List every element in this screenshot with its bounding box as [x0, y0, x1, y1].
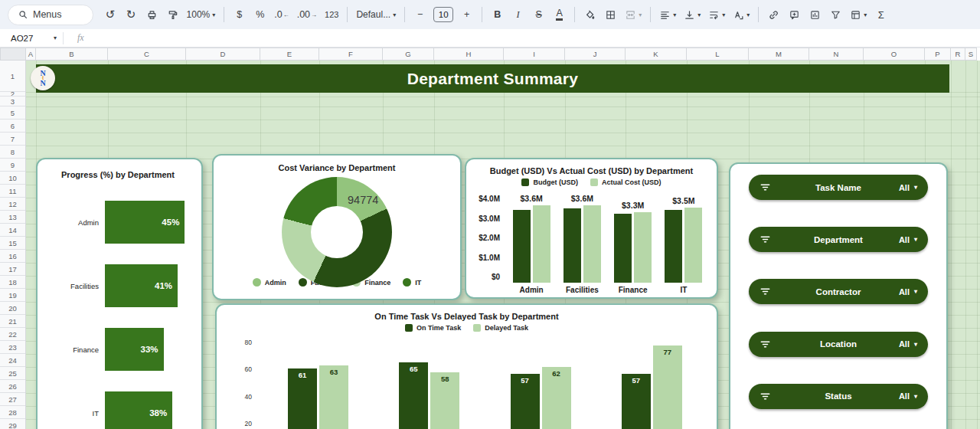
- fill-color-button[interactable]: [580, 5, 599, 25]
- font-size-input[interactable]: 10: [433, 7, 453, 22]
- bold-button[interactable]: B: [488, 5, 507, 25]
- row-header-19[interactable]: 19: [0, 289, 25, 302]
- column-header-L[interactable]: L: [687, 47, 749, 61]
- text-rotation-button[interactable]: ▾: [730, 5, 753, 25]
- bar-group-facilities: $3.6MFacilities: [564, 197, 601, 294]
- functions-button[interactable]: Σ: [871, 5, 890, 25]
- row-header-1[interactable]: 1: [0, 61, 25, 92]
- row-header-13[interactable]: 13: [0, 211, 25, 224]
- column-header-J[interactable]: J: [565, 47, 626, 61]
- column-header-E[interactable]: E: [260, 47, 319, 61]
- row-header-27[interactable]: 27: [0, 393, 25, 406]
- filter-icon: [760, 339, 771, 350]
- row-header-3[interactable]: 3: [0, 97, 25, 106]
- increase-font-size-button[interactable]: +: [457, 5, 476, 25]
- column-header-P[interactable]: P: [925, 47, 951, 61]
- text-color-button[interactable]: A: [550, 5, 569, 25]
- paint-format-button[interactable]: [163, 5, 182, 25]
- budget-plot: $4.0M$3.0M$2.0M$1.0M$0 $3.6MAdmin$3.6MFa…: [474, 195, 709, 294]
- select-all-corner[interactable]: [0, 47, 26, 61]
- row-header-7[interactable]: 7: [0, 133, 25, 146]
- zoom-select[interactable]: 100%▾: [184, 5, 219, 25]
- column-header-O[interactable]: O: [864, 47, 925, 61]
- column-header-K[interactable]: K: [626, 47, 687, 61]
- row-header-26[interactable]: 26: [0, 380, 25, 393]
- insert-chart-button[interactable]: [805, 5, 825, 25]
- cell-reference-box[interactable]: AO27 ▾: [0, 34, 57, 43]
- format-currency-button[interactable]: $: [230, 5, 249, 25]
- column-header-G[interactable]: G: [383, 47, 434, 61]
- text-wrap-button[interactable]: ▾: [705, 5, 728, 25]
- more-formats-button[interactable]: 123: [322, 5, 341, 25]
- filter-value-dropdown[interactable]: All▾: [899, 235, 917, 244]
- row-header-14[interactable]: 14: [0, 224, 25, 237]
- filter-pill-department[interactable]: DepartmentAll▾: [749, 227, 928, 252]
- decrease-decimal-button[interactable]: .0←: [271, 5, 292, 25]
- redo-button[interactable]: ↻: [122, 5, 141, 25]
- row-header-23[interactable]: 23: [0, 341, 25, 354]
- filter-value-dropdown[interactable]: All▾: [899, 287, 917, 296]
- vertical-align-button[interactable]: ▾: [681, 5, 704, 25]
- filter-pill-status[interactable]: StatusAll▾: [749, 384, 928, 409]
- column-header-N[interactable]: N: [809, 47, 864, 61]
- row-header-6[interactable]: 6: [0, 120, 25, 133]
- column-header-I[interactable]: I: [504, 47, 565, 61]
- row-header-5[interactable]: 5: [0, 106, 25, 120]
- column-header-D[interactable]: D: [186, 47, 260, 61]
- create-filter-button[interactable]: [826, 5, 845, 25]
- filter-value-dropdown[interactable]: All▾: [899, 183, 917, 192]
- horizontal-align-button[interactable]: ▾: [656, 5, 679, 25]
- row-header-20[interactable]: 20: [0, 302, 25, 315]
- column-header-F[interactable]: F: [319, 47, 383, 61]
- format-percent-button[interactable]: %: [250, 5, 270, 25]
- italic-button[interactable]: I: [508, 5, 528, 25]
- merge-cells-button[interactable]: ▾: [622, 5, 645, 25]
- row-header-18[interactable]: 18: [0, 276, 25, 289]
- row-header-11[interactable]: 11: [0, 185, 25, 198]
- row-header-8[interactable]: 8: [0, 146, 25, 159]
- row-header-22[interactable]: 22: [0, 328, 25, 341]
- row-header-21[interactable]: 21: [0, 315, 25, 328]
- undo-button[interactable]: ↺: [101, 5, 120, 25]
- increase-decimal-button[interactable]: .00→: [294, 5, 320, 25]
- borders-button[interactable]: [601, 5, 620, 25]
- row-header-12[interactable]: 12: [0, 198, 25, 211]
- row-header-16[interactable]: 16: [0, 250, 25, 263]
- row-header-29[interactable]: 29: [0, 419, 25, 429]
- row-header-17[interactable]: 17: [0, 263, 25, 276]
- row-header-24[interactable]: 24: [0, 354, 25, 367]
- row-header-25[interactable]: 25: [0, 367, 25, 380]
- insert-comment-button[interactable]: [785, 5, 804, 25]
- menus-search[interactable]: Menus: [8, 5, 93, 25]
- filter-value-dropdown[interactable]: All▾: [899, 339, 917, 349]
- table-views-button[interactable]: ▾: [847, 5, 870, 25]
- column-header-S[interactable]: S: [965, 47, 977, 61]
- row-header-9[interactable]: 9: [0, 159, 25, 172]
- budget-chart-card[interactable]: Budget (USD) Vs Actual Cost (USD) by Dep…: [465, 158, 718, 299]
- row-header-28[interactable]: 28: [0, 406, 25, 419]
- spreadsheet-grid[interactable]: 1235678910111213141516171819202122232425…: [0, 61, 980, 429]
- cost-variance-chart-card[interactable]: Cost Variance by Department 94774 AdminF…: [212, 154, 462, 300]
- row-header-15[interactable]: 15: [0, 237, 25, 250]
- column-header-M[interactable]: M: [749, 47, 809, 61]
- column-header-H[interactable]: H: [434, 47, 504, 61]
- column-header-C[interactable]: C: [108, 47, 186, 61]
- column-header-R[interactable]: R: [951, 47, 965, 61]
- progress-chart-card[interactable]: Progress (%) by Department Admin45%Facil…: [36, 158, 203, 429]
- tasks-chart-card[interactable]: On Time Task Vs Delayed Task by Departme…: [215, 303, 718, 429]
- filter-value-dropdown[interactable]: All▾: [899, 391, 917, 401]
- column-header-A[interactable]: A: [26, 47, 36, 61]
- filter-pill-task-name[interactable]: Task NameAll▾: [749, 175, 928, 200]
- font-select[interactable]: Defaul...▾: [353, 5, 399, 25]
- strikethrough-button[interactable]: S: [529, 5, 548, 25]
- row-header-10[interactable]: 10: [0, 172, 25, 185]
- bar: 61: [288, 368, 317, 429]
- decrease-font-size-button[interactable]: −: [410, 5, 430, 25]
- legend-label: Finance: [364, 279, 390, 287]
- bar: 57: [622, 374, 651, 429]
- filter-pill-contractor[interactable]: ContractorAll▾: [749, 279, 928, 304]
- print-button[interactable]: [142, 5, 162, 25]
- column-header-B[interactable]: B: [36, 47, 108, 61]
- filter-pill-location[interactable]: LocationAll▾: [749, 332, 928, 357]
- insert-link-button[interactable]: [764, 5, 783, 25]
